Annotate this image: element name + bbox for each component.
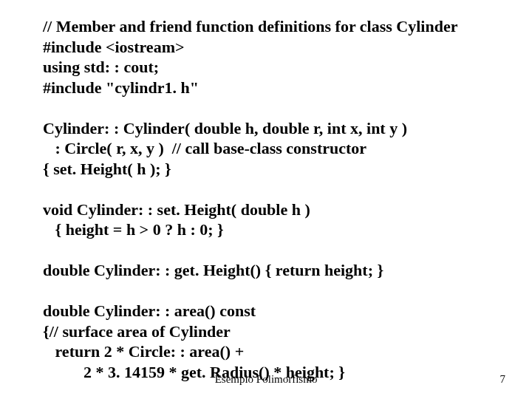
code-line: {// surface area of Cylinder	[43, 322, 231, 341]
code-block: // Member and friend function definition…	[43, 16, 502, 382]
code-line: : Circle( r, x, y ) // call base-class c…	[43, 139, 366, 157]
code-line: #include "cylindr1. h"	[43, 78, 199, 97]
slide: // Member and friend function definition…	[0, 0, 532, 399]
code-line: Cylinder: : Cylinder( double h, double r…	[43, 119, 407, 137]
code-line: { set. Height( h ); }	[43, 160, 171, 178]
code-line: void Cylinder: : set. Height( double h )	[43, 200, 310, 219]
code-line: #include <iostream>	[43, 38, 185, 56]
code-line: double Cylinder: : get. Height() { retur…	[43, 261, 383, 279]
code-line: // Member and friend function definition…	[43, 17, 457, 35]
footer-title: Esempio Polimorfismo	[0, 373, 532, 386]
page-number: 7	[500, 373, 506, 386]
code-line: { height = h > 0 ? h : 0; }	[43, 220, 224, 239]
code-line: double Cylinder: : area() const	[43, 301, 256, 320]
code-line: return 2 * Circle: : area() +	[43, 342, 244, 361]
code-line: using std: : cout;	[43, 58, 159, 76]
